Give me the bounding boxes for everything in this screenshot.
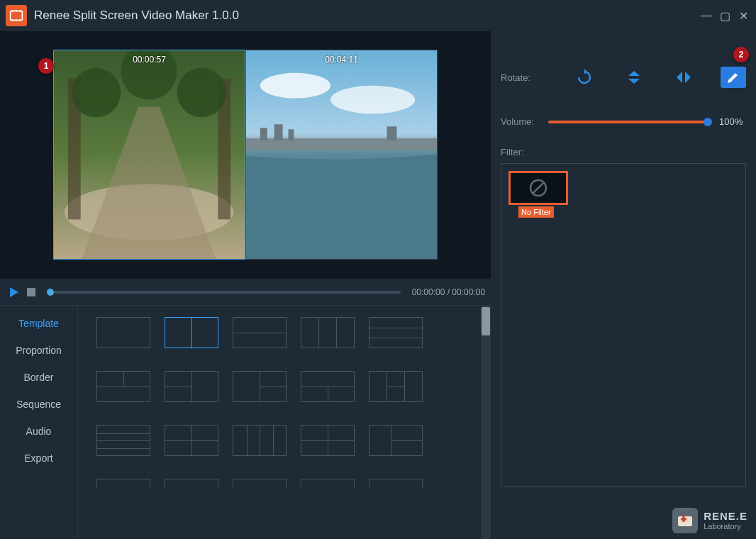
tab-export[interactable]: Export bbox=[0, 445, 77, 472]
clip-2-thumbnail-icon bbox=[246, 50, 437, 259]
edit-button[interactable] bbox=[721, 67, 746, 88]
template-l-right[interactable] bbox=[233, 371, 287, 402]
svg-rect-21 bbox=[387, 126, 397, 140]
template-1x4-v[interactable] bbox=[233, 425, 287, 456]
svg-rect-19 bbox=[274, 124, 283, 140]
template-mix-a[interactable] bbox=[301, 425, 355, 456]
template-l-bottom[interactable] bbox=[301, 371, 355, 402]
clip-2-time: 00:04:11 bbox=[325, 55, 358, 65]
template-l-top[interactable] bbox=[96, 371, 150, 402]
volume-fill bbox=[548, 121, 708, 123]
filter-list: No Filter bbox=[501, 163, 746, 487]
filter-none-label: No Filter bbox=[518, 206, 554, 218]
svg-rect-22 bbox=[27, 288, 35, 296]
template-2x2[interactable] bbox=[165, 425, 218, 456]
brand-icon bbox=[672, 508, 698, 533]
flip-horizontal-button[interactable] bbox=[671, 67, 696, 88]
flip-vertical-button[interactable] bbox=[621, 67, 647, 88]
template-1x3-h[interactable] bbox=[369, 317, 423, 348]
template-l-left[interactable] bbox=[165, 371, 218, 402]
template-3col-split[interactable] bbox=[369, 371, 423, 402]
template-scrollbar[interactable] bbox=[481, 306, 491, 539]
svg-rect-20 bbox=[289, 129, 294, 140]
svg-rect-0 bbox=[11, 11, 23, 20]
scrollbar-thumb[interactable] bbox=[482, 307, 490, 335]
clip-1-time: 00:00:57 bbox=[133, 55, 166, 65]
template-1x3-v[interactable] bbox=[301, 317, 355, 348]
preview-area: 1 00:00:57 bbox=[0, 31, 491, 278]
brand-line1: RENE.E bbox=[704, 511, 747, 523]
template-4row[interactable] bbox=[96, 425, 150, 456]
side-tabs: Template Proportion Border Sequence Audi… bbox=[0, 306, 78, 539]
rotate-cw-button[interactable] bbox=[572, 67, 597, 88]
progress-knob[interactable] bbox=[47, 289, 54, 296]
svg-point-15 bbox=[260, 73, 330, 99]
play-button[interactable] bbox=[6, 284, 23, 301]
progress-track[interactable] bbox=[47, 291, 401, 294]
template-more-3[interactable] bbox=[233, 479, 287, 487]
svg-point-16 bbox=[330, 86, 415, 114]
volume-value: 100% bbox=[719, 116, 746, 127]
titlebar: Renee Split Screen Video Maker 1.0.0 — ▢… bbox=[0, 0, 756, 31]
svg-rect-1 bbox=[12, 11, 13, 13]
template-1x1[interactable] bbox=[96, 317, 150, 348]
template-grid bbox=[78, 306, 491, 539]
app-logo-icon bbox=[6, 5, 27, 26]
svg-rect-18 bbox=[260, 128, 267, 140]
template-more-5[interactable] bbox=[369, 479, 423, 487]
template-more-2[interactable] bbox=[165, 479, 218, 487]
stop-button[interactable] bbox=[23, 284, 40, 301]
filter-label: Filter: bbox=[501, 147, 746, 157]
filter-none-item[interactable]: No Filter bbox=[508, 171, 572, 218]
svg-rect-4 bbox=[12, 19, 13, 21]
svg-rect-6 bbox=[19, 19, 21, 21]
app-title: Renee Split Screen Video Maker 1.0.0 bbox=[34, 9, 699, 23]
no-filter-icon bbox=[508, 171, 568, 205]
tab-template[interactable]: Template bbox=[0, 310, 77, 337]
callout-badge-1: 1 bbox=[38, 58, 54, 74]
clip-1[interactable]: 00:00:57 bbox=[53, 50, 245, 260]
brand-badge: RENE.E Laboratory bbox=[672, 508, 747, 533]
svg-rect-3 bbox=[19, 11, 21, 13]
template-more-4[interactable] bbox=[301, 479, 355, 487]
tab-border[interactable]: Border bbox=[0, 364, 77, 391]
clip-2[interactable]: 00:04:11 bbox=[245, 50, 438, 260]
template-more-1[interactable] bbox=[96, 479, 150, 487]
template-1x2-v[interactable] bbox=[165, 317, 218, 348]
callout-badge-2: 2 bbox=[733, 47, 749, 62]
svg-point-12 bbox=[177, 68, 226, 118]
volume-label: Volume: bbox=[501, 116, 534, 127]
svg-rect-26 bbox=[682, 518, 685, 521]
rotate-label: Rotate: bbox=[501, 72, 530, 83]
tab-sequence[interactable]: Sequence bbox=[0, 391, 77, 418]
svg-rect-5 bbox=[16, 19, 17, 21]
svg-rect-2 bbox=[16, 11, 17, 13]
timecode: 00:00:00 / 00:00:00 bbox=[412, 287, 485, 297]
svg-point-11 bbox=[72, 68, 121, 118]
transport-bar: 00:00:00 / 00:00:00 bbox=[0, 278, 491, 305]
brand-line2: Laboratory bbox=[704, 522, 747, 530]
tab-audio[interactable]: Audio bbox=[0, 418, 77, 445]
template-1x2-h[interactable] bbox=[233, 317, 287, 348]
svg-line-24 bbox=[533, 182, 544, 194]
template-mix-b[interactable] bbox=[369, 425, 423, 456]
clip-1-thumbnail-icon bbox=[54, 50, 245, 259]
minimize-button[interactable]: — bbox=[699, 9, 713, 23]
maximize-button[interactable]: ▢ bbox=[718, 9, 732, 23]
close-button[interactable]: ✕ bbox=[736, 9, 750, 23]
volume-slider[interactable] bbox=[548, 121, 708, 123]
volume-knob[interactable] bbox=[704, 118, 712, 126]
tab-proportion[interactable]: Proportion bbox=[0, 337, 77, 364]
